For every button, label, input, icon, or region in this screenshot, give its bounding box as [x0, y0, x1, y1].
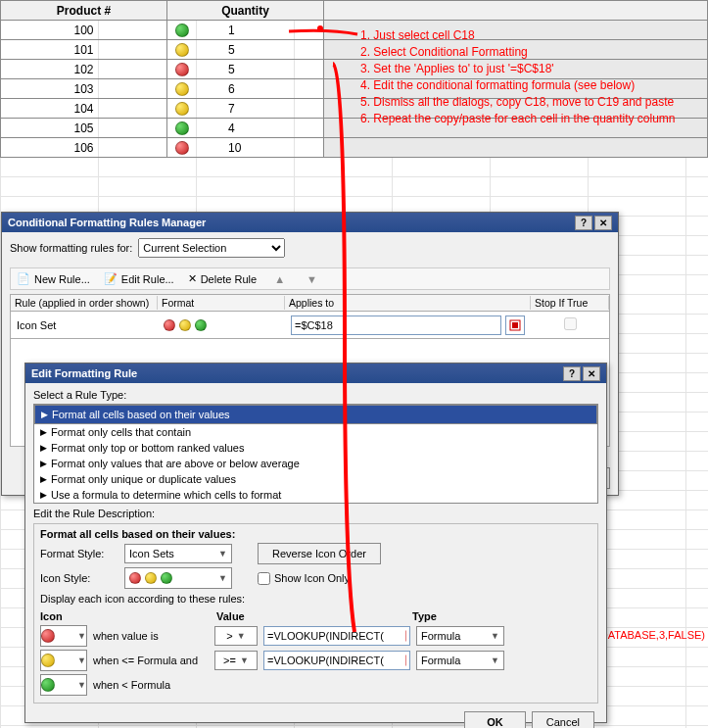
- move-up-icon[interactable]: ▲: [270, 273, 289, 285]
- col-applies: Applies to: [285, 296, 531, 310]
- status-icon: [175, 102, 189, 116]
- operator-select[interactable]: >=▼: [214, 651, 258, 670]
- operator-select[interactable]: >▼: [214, 626, 258, 646]
- show-rules-select[interactable]: Current Selection: [138, 238, 285, 258]
- value-input[interactable]: [263, 651, 410, 670]
- red-icon: [164, 319, 175, 331]
- help-icon[interactable]: ?: [575, 216, 592, 230]
- cell-qty[interactable]: 6: [167, 79, 324, 99]
- rule-name: Icon Set: [11, 317, 158, 333]
- cell-product[interactable]: 102: [1, 60, 167, 79]
- annotation-steps: 1. Just select cell C18 2. Select Condit…: [360, 27, 676, 127]
- type-select[interactable]: Formula▼: [416, 626, 504, 646]
- rule-type-option[interactable]: ▶Format only top or bottom ranked values: [34, 440, 597, 456]
- icon-style-select[interactable]: ▼: [124, 567, 232, 589]
- cell-empty[interactable]: [324, 138, 708, 158]
- range-picker-icon[interactable]: [405, 655, 406, 666]
- header-quantity[interactable]: Quantity: [167, 1, 324, 21]
- status-icon: [175, 24, 189, 37]
- cell-product[interactable]: 104: [1, 99, 167, 119]
- applies-to-input[interactable]: [291, 315, 501, 335]
- chevron-down-icon: ▼: [237, 631, 246, 641]
- status-icon: [175, 141, 189, 155]
- green-icon: [161, 572, 172, 584]
- rule-type-option[interactable]: ▶Format only unique or duplicate values: [34, 471, 597, 487]
- rule-description-group: Format all cells based on their values: …: [33, 523, 598, 704]
- range-picker-icon[interactable]: [505, 315, 525, 335]
- format-style-label: Format Style:: [40, 548, 118, 559]
- yellow-icon: [41, 654, 55, 667]
- cell-qty[interactable]: 4: [167, 119, 324, 138]
- icon-picker[interactable]: ▼: [40, 674, 87, 696]
- icon-picker[interactable]: ▼: [40, 625, 87, 647]
- show-icon-only-label: Show Icon Only: [274, 572, 350, 584]
- rule-format-preview: [158, 317, 285, 333]
- chevron-down-icon: ▼: [491, 631, 499, 641]
- green-icon: [195, 319, 207, 331]
- qty-value: 6: [228, 82, 235, 96]
- chevron-down-icon: ▼: [77, 680, 86, 690]
- icon-rule-row: ▼ when < Formula: [40, 674, 591, 696]
- cancel-button[interactable]: Cancel: [532, 711, 594, 728]
- green-icon: [41, 678, 55, 692]
- condition-text: when < Formula: [93, 679, 209, 691]
- qty-value: 10: [228, 141, 241, 155]
- icon-rule-row: ▼ when <= Formula and >=▼ Formula▼: [40, 650, 591, 671]
- rule-type-list[interactable]: ▶Format all cells based on their values …: [33, 404, 598, 504]
- value-input[interactable]: [263, 626, 410, 646]
- status-icon: [175, 63, 189, 76]
- show-icon-only-checkbox[interactable]: [258, 572, 270, 585]
- table-row[interactable]: 10610: [1, 138, 708, 158]
- help-icon[interactable]: ?: [563, 366, 581, 381]
- cell-qty[interactable]: 1: [167, 21, 324, 40]
- cell-qty[interactable]: 10: [167, 138, 324, 158]
- status-icon: [175, 121, 189, 135]
- dialog-title: Edit Formatting Rule: [31, 367, 137, 379]
- format-style-select[interactable]: Icon Sets▼: [124, 544, 232, 563]
- edit-rule-dialog: Edit Formatting Rule ? ✕ Select a Rule T…: [24, 363, 607, 723]
- edit-rule-icon: 📝: [104, 272, 118, 285]
- chevron-down-icon: ▼: [77, 631, 86, 641]
- close-icon[interactable]: ✕: [583, 366, 600, 381]
- dialog-titlebar[interactable]: Edit Formatting Rule ? ✕: [25, 364, 606, 383]
- cell-qty[interactable]: 5: [167, 40, 324, 60]
- select-rule-label: Select a Rule Type:: [33, 389, 598, 401]
- rule-type-option[interactable]: ▶Format all cells based on their values: [34, 405, 597, 424]
- col-stop: Stop If True: [531, 296, 609, 310]
- cell-product[interactable]: 100: [1, 21, 167, 40]
- qty-value: 1: [228, 24, 235, 37]
- cell-product[interactable]: 105: [1, 119, 167, 138]
- header-product[interactable]: Product #: [1, 1, 167, 21]
- status-icon: [175, 43, 189, 57]
- range-picker-icon[interactable]: [405, 630, 406, 642]
- cell-product[interactable]: 106: [1, 138, 167, 158]
- rule-type-option[interactable]: ▶Use a formula to determine which cells …: [34, 487, 597, 503]
- chevron-down-icon: ▼: [218, 549, 227, 558]
- cell-qty[interactable]: 5: [167, 60, 324, 79]
- col-format: Format: [158, 296, 285, 310]
- yellow-icon: [179, 319, 191, 331]
- dialog-titlebar[interactable]: Conditional Formatting Rules Manager ? ✕: [2, 213, 618, 232]
- cell-product[interactable]: 101: [1, 40, 167, 60]
- display-rules-label: Display each icon according to these rul…: [40, 593, 591, 605]
- cell-product[interactable]: 103: [1, 79, 167, 99]
- reverse-order-button[interactable]: Reverse Icon Order: [258, 543, 381, 564]
- icon-picker[interactable]: ▼: [40, 650, 87, 671]
- ok-button[interactable]: OK: [464, 711, 526, 728]
- edit-rule-button[interactable]: 📝Edit Rule...: [104, 272, 174, 285]
- cell-qty[interactable]: 7: [167, 99, 324, 119]
- red-icon: [41, 629, 55, 643]
- chevron-down-icon: ▼: [240, 655, 249, 665]
- chevron-down-icon: ▼: [218, 573, 227, 583]
- move-down-icon[interactable]: ▼: [303, 273, 321, 285]
- rule-type-option[interactable]: ▶Format only values that are above or be…: [34, 456, 597, 471]
- rule-type-option[interactable]: ▶Format only cells that contain: [34, 424, 597, 440]
- rule-row[interactable]: Icon Set: [10, 312, 610, 339]
- close-icon[interactable]: ✕: [594, 216, 612, 230]
- new-rule-icon: 📄: [17, 272, 30, 285]
- type-select[interactable]: Formula▼: [416, 651, 504, 670]
- new-rule-button[interactable]: 📄New Rule...: [17, 272, 90, 285]
- header-empty[interactable]: [324, 1, 708, 21]
- delete-icon: ✕: [188, 272, 197, 285]
- delete-rule-button[interactable]: ✕Delete Rule: [188, 272, 257, 285]
